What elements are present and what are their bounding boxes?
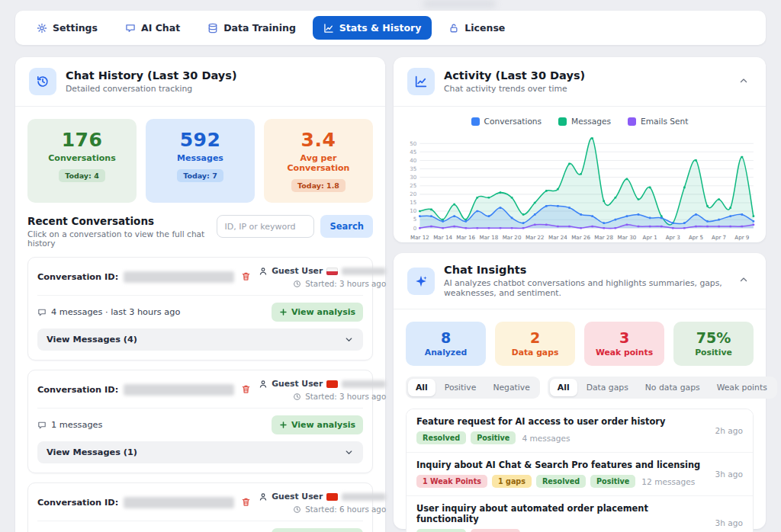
insight-stat-card: 3 Weak points <box>584 322 664 366</box>
insight-message-count: 12 messages <box>641 477 695 486</box>
stat-today-pill: Today: 4 <box>59 169 105 182</box>
filter-pill-all[interactable]: All <box>550 379 577 396</box>
insight-item[interactable]: User inquiry about automated order place… <box>407 496 753 532</box>
filter-pill-negative[interactable]: Negative <box>485 379 537 396</box>
activity-title: Activity (Last 30 Days) <box>444 69 726 82</box>
svg-text:Mar 24: Mar 24 <box>548 234 567 241</box>
legend-item-emails-sent: Emails Sent <box>628 117 688 126</box>
conversation-card[interactable]: Conversation ID: Guest User Started: 3 h… <box>27 257 373 361</box>
chat-insights-panel: Chat Insights AI analyzes chatbot conver… <box>394 253 766 529</box>
insights-header: Chat Insights AI analyzes chatbot conver… <box>394 253 766 309</box>
plus-icon <box>279 308 288 316</box>
trash-icon <box>241 271 251 281</box>
nav-tab-ai-chat[interactable]: AI Chat <box>114 16 191 40</box>
chat-icon <box>125 23 136 34</box>
search-button[interactable]: Search <box>320 215 373 238</box>
insight-badges: ResolvedNegative 6 messages <box>416 529 707 532</box>
recent-conversations-title: Recent Conversations <box>27 215 211 227</box>
conversation-card[interactable]: Conversation ID: Guest User Started: 3 h… <box>27 370 373 473</box>
chat-history-stats: 176 Conversations Today: 4 592 Messages … <box>15 107 385 203</box>
svg-text:Apr 9: Apr 9 <box>734 234 750 241</box>
delete-conversation-button[interactable] <box>239 495 252 511</box>
conversation-card[interactable]: Conversation ID: Guest User Started: 6 h… <box>27 482 373 532</box>
nav-tab-label: Data Training <box>223 22 296 34</box>
person-icon <box>259 267 268 276</box>
insights-subtitle: AI analyzes chatbot conversations and hi… <box>444 278 726 298</box>
view-analysis-button[interactable]: View analysis <box>272 415 363 434</box>
insight-stat-card: 75% Positive <box>673 322 754 366</box>
nav-tab-settings[interactable]: Settings <box>26 16 108 40</box>
trash-icon <box>241 497 251 507</box>
filter-pill-weak-points[interactable]: Weak points <box>709 379 775 396</box>
ip-address-redacted <box>342 268 386 275</box>
svg-text:Mar 22: Mar 22 <box>525 234 545 241</box>
svg-text:25: 25 <box>410 182 416 189</box>
conversation-list: Conversation ID: Guest User Started: 3 h… <box>15 255 385 532</box>
view-analysis-button[interactable]: View analysis <box>272 528 363 532</box>
gear-icon <box>37 23 47 34</box>
nav-tab-label: License <box>464 22 505 34</box>
stat-value: 176 <box>34 129 130 151</box>
insight-badges: ResolvedPositive 4 messages <box>416 431 665 444</box>
filter-group-2: AllData gapsNo data gapsWeak points <box>548 377 777 399</box>
legend-swatch <box>471 117 480 126</box>
insight-time: 2h ago <box>715 426 743 435</box>
nav-tab-data-training[interactable]: Data Training <box>197 16 307 40</box>
view-analysis-button[interactable]: View analysis <box>272 303 363 322</box>
delete-conversation-button[interactable] <box>239 270 252 285</box>
country-flag-icon <box>326 268 338 275</box>
stat-card: 176 Conversations Today: 4 <box>27 119 137 203</box>
conversation-id-label: Conversation ID: <box>37 498 118 508</box>
ip-address-redacted <box>342 493 386 501</box>
nav-tab-license[interactable]: License <box>438 16 516 40</box>
view-messages-toggle[interactable]: View Messages (1) <box>37 441 363 463</box>
insight-stat-label: Positive <box>677 348 750 357</box>
insights-collapse-button[interactable] <box>735 271 752 290</box>
recent-conversations-header: Recent Conversations Click on a conversa… <box>15 203 385 255</box>
top-nav: Settings AI Chat Data Training Stats & H… <box>15 11 766 45</box>
svg-text:Mar 14: Mar 14 <box>433 234 452 241</box>
svg-text:40: 40 <box>410 157 417 164</box>
svg-text:0: 0 <box>413 225 417 232</box>
insight-item-title: User inquiry about automated order place… <box>416 503 707 524</box>
badge-resolved: Resolved <box>536 475 586 488</box>
guest-user-label: Guest User <box>272 492 323 502</box>
legend-item-conversations: Conversations <box>471 117 542 126</box>
chat-history-panel: Chat History (Last 30 Days) Detailed con… <box>15 57 385 532</box>
country-flag-icon <box>326 380 338 388</box>
insight-filters: AllPositiveNegativeAllData gapsNo data g… <box>394 366 766 399</box>
svg-text:15: 15 <box>410 199 416 206</box>
conversation-id-label: Conversation ID: <box>37 272 118 282</box>
chart-icon <box>323 23 334 34</box>
svg-text:Apr 5: Apr 5 <box>689 234 703 241</box>
clock-icon <box>293 505 301 514</box>
activity-collapse-button[interactable] <box>735 72 752 91</box>
insight-item-title: Inquiry about AI Chat & Search Pro featu… <box>416 460 700 470</box>
nav-tab-stats-history[interactable]: Stats & History <box>313 16 432 40</box>
delete-conversation-button[interactable] <box>239 383 252 398</box>
view-messages-toggle[interactable]: View Messages (4) <box>37 328 363 351</box>
person-icon <box>259 380 268 389</box>
insight-stat-label: Data gaps <box>498 348 572 357</box>
insight-item[interactable]: Inquiry about AI Chat & Search Pro featu… <box>407 453 753 496</box>
conversation-id-redacted <box>124 384 234 396</box>
guest-user-label: Guest User <box>272 379 323 389</box>
svg-text:5: 5 <box>413 216 417 223</box>
filter-pill-no-data-gaps[interactable]: No data gaps <box>638 379 708 396</box>
search-input[interactable] <box>217 215 314 238</box>
legend-swatch <box>558 117 567 126</box>
filter-pill-all[interactable]: All <box>408 379 435 396</box>
svg-text:Mar 26: Mar 26 <box>571 234 590 241</box>
stat-label: Messages <box>152 153 249 163</box>
svg-text:20: 20 <box>410 191 417 197</box>
svg-text:Apr 7: Apr 7 <box>712 234 726 241</box>
filter-pill-data-gaps[interactable]: Data gaps <box>579 379 636 396</box>
guest-user-label: Guest User <box>272 266 323 276</box>
activity-header: Activity (Last 30 Days) Chat activity tr… <box>394 57 766 107</box>
lock-icon <box>448 23 459 34</box>
message-bubble-icon <box>37 421 47 430</box>
history-icon <box>36 75 50 88</box>
svg-text:50: 50 <box>410 140 417 147</box>
insight-item[interactable]: Feature request for AI access to user or… <box>407 409 753 453</box>
filter-pill-positive[interactable]: Positive <box>437 379 484 396</box>
